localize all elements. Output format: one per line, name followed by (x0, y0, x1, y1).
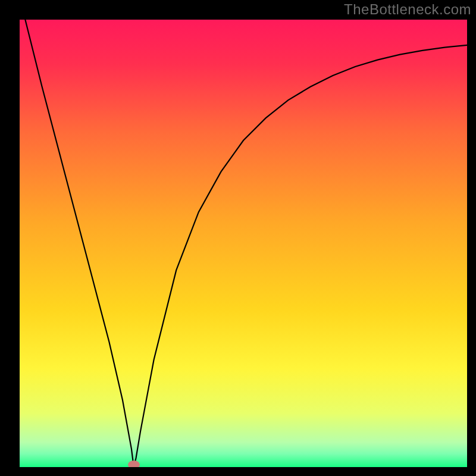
watermark-text: TheBottleneck.com (344, 1, 471, 18)
optimum-marker (128, 461, 140, 467)
gradient-background (20, 20, 467, 467)
plot-area (20, 20, 467, 467)
svg-rect-0 (20, 20, 467, 467)
